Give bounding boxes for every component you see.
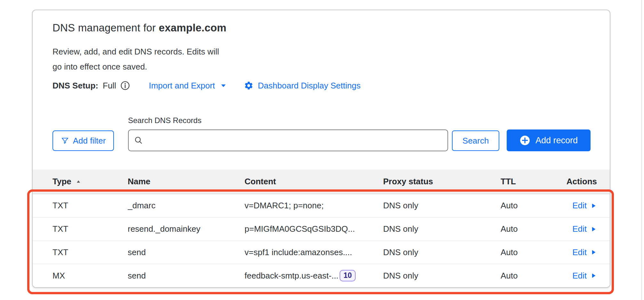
column-header-proxy-status[interactable]: Proxy status [383,177,501,187]
search-button-label: Search [463,136,489,146]
edit-label: Edit [572,224,587,234]
edit-record-button[interactable]: Edit [572,224,597,234]
chevron-down-icon [220,82,227,89]
page-title-prefix: DNS management for [52,22,159,34]
plus-circle-icon [519,135,530,146]
search-dns-records-label: Search DNS Records [128,116,201,125]
search-field-wrap [128,129,448,151]
content-text: p=MIGfMA0GCSqGSIb3DQ... [245,224,355,234]
cell-ttl: Auto [501,201,565,211]
edit-record-button[interactable]: Edit [572,247,597,257]
add-record-button[interactable]: Add record [507,129,591,151]
toolbar: Add filter Search Add record [33,129,610,152]
column-header-actions: Actions [567,177,597,187]
edit-label: Edit [572,201,587,211]
gear-icon [244,81,254,90]
table-row-mx: MX send feedback-smtp.us-east-... 10 DNS… [33,264,610,287]
column-header-ttl-label: TTL [501,177,516,187]
search-input[interactable] [128,129,448,151]
add-filter-label: Add filter [73,136,106,146]
cell-name: send [128,271,245,281]
content-text: v=DMARC1; p=none; [245,201,324,211]
column-header-proxy-label: Proxy status [383,177,433,187]
chevron-right-icon [590,202,597,209]
info-circle-icon[interactable] [120,80,130,91]
cell-proxy-status: DNS only [383,201,501,211]
cell-proxy-status: DNS only [383,247,501,257]
page-description: Review, add, and edit DNS records. Edits… [52,44,219,74]
cell-ttl: Auto [501,247,565,257]
table-row-domainkey: TXT resend._domainkey p=MIGfMA0GCSqGSIb3… [33,217,610,241]
dns-setup-row: DNS Setup: Full Import and Export Dashbo… [52,79,360,92]
column-header-type-label: Type [52,177,71,187]
dns-setup-value: Full [103,81,116,91]
column-header-content[interactable]: Content [245,177,383,187]
dashboard-display-settings-label: Dashboard Display Settings [258,81,361,91]
cell-content: v=DMARC1; p=none; [245,201,383,211]
cell-content: v=spf1 include:amazonses.... [245,247,383,257]
filter-funnel-icon [61,137,69,145]
import-export-label: Import and Export [149,81,215,91]
dns-records-table: Type Name Content Proxy status TTL Actio… [33,170,610,287]
cell-type: TXT [52,247,128,257]
cell-content: feedback-smtp.us-east-... 10 [245,270,383,281]
cell-ttl: Auto [501,271,565,281]
content-text: v=spf1 include:amazonses.... [245,247,352,257]
table-row-dmarc: TXT _dmarc v=DMARC1; p=none; DNS only Au… [33,194,610,217]
column-header-content-label: Content [245,177,276,187]
column-header-ttl[interactable]: TTL [501,177,565,187]
chevron-right-icon [590,226,597,233]
cell-type: MX [52,271,128,281]
dns-setup-label: DNS Setup: [52,81,98,91]
edit-record-button[interactable]: Edit [572,271,597,281]
cell-content: p=MIGfMA0GCSqGSIb3DQ... [245,224,383,234]
column-header-name-label: Name [128,177,150,187]
edit-record-button[interactable]: Edit [572,201,597,211]
dns-management-card: DNS management for example.com Review, a… [32,10,610,288]
cell-type: TXT [52,201,128,211]
cell-proxy-status: DNS only [383,271,501,281]
page-description-line1: Review, add, and edit DNS records. Edits… [52,44,219,59]
table-header-row: Type Name Content Proxy status TTL Actio… [33,170,610,194]
page-title-domain: example.com [159,22,226,34]
cell-name: resend._domainkey [128,224,245,234]
column-header-type[interactable]: Type [52,177,128,187]
add-filter-button[interactable]: Add filter [52,130,114,151]
cell-proxy-status: DNS only [383,224,501,234]
mx-priority-badge: 10 [340,270,356,281]
table-row-spf: TXT send v=spf1 include:amazonses.... DN… [33,241,610,264]
column-header-actions-label: Actions [567,177,597,187]
dashboard-display-settings-link[interactable]: Dashboard Display Settings [244,81,361,91]
sort-ascending-icon [75,179,82,185]
edit-label: Edit [572,271,587,281]
import-export-link[interactable]: Import and Export [149,81,227,91]
add-record-label: Add record [535,136,578,146]
search-button[interactable]: Search [452,130,499,151]
cell-name: _dmarc [128,201,245,211]
chevron-right-icon [590,272,597,279]
cell-name: send [128,247,245,257]
column-header-name[interactable]: Name [128,177,245,187]
page-description-line2: go into effect once saved. [52,59,219,74]
content-text: feedback-smtp.us-east-... [245,271,338,281]
cell-type: TXT [52,224,128,234]
chevron-right-icon [590,249,597,256]
edit-label: Edit [572,247,587,257]
scrollbar-track[interactable] [641,0,642,300]
cell-ttl: Auto [501,224,565,234]
page-title: DNS management for example.com [52,22,226,34]
